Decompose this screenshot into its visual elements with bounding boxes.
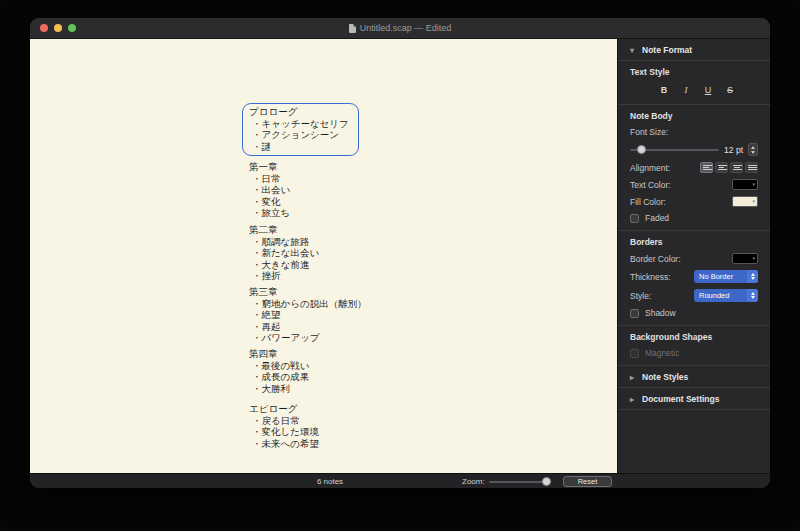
note-line: ・旅立ち [249, 207, 290, 219]
note-line: ・挫折 [249, 270, 319, 282]
font-size-slider[interactable] [630, 145, 719, 154]
note-line: ・日常 [249, 173, 290, 185]
slider-thumb[interactable] [542, 477, 551, 486]
font-size-stepper[interactable] [748, 143, 758, 156]
reset-zoom-button[interactable]: Reset [563, 476, 612, 487]
note-chapter-3[interactable]: 第三章 ・窮地からの脱出（離別） ・絶望 ・再起 ・パワーアップ [249, 286, 367, 344]
note-title: プロローグ [249, 106, 349, 118]
window-title: Untitled.scap — Edited [360, 23, 452, 33]
strikethrough-button[interactable]: S [722, 83, 738, 97]
stepper-up-icon [751, 146, 755, 149]
popup-arrows-icon [747, 289, 758, 302]
note-epilogue[interactable]: エピローグ ・戻る日常 ・変化した環境 ・未来への希望 [249, 403, 319, 449]
slider-thumb[interactable] [637, 145, 646, 154]
divider [618, 409, 770, 410]
align-justify-button[interactable] [745, 162, 758, 173]
text-style-section: Text Style B I U S [618, 61, 770, 104]
zoom-slider[interactable] [489, 477, 551, 486]
align-left-button[interactable] [700, 162, 713, 173]
note-title: 第二章 [249, 224, 319, 236]
note-line: ・キャッチーなセリフ [249, 118, 349, 130]
well-arrow-icon: ▾ [752, 256, 755, 261]
italic-button[interactable]: I [678, 83, 694, 97]
status-bar: 6 notes Zoom: Reset [30, 473, 770, 488]
text-color-label: Text Color: [630, 180, 732, 190]
disclosure-open-icon: ▾ [630, 46, 637, 55]
note-canvas[interactable]: プロローグ ・キャッチーなセリフ ・アクションシーン ・謎 第一章 ・日常 ・出… [30, 39, 617, 473]
note-chapter-1[interactable]: 第一章 ・日常 ・出会い ・変化 ・旅立ち [249, 161, 290, 219]
title-bar[interactable]: Untitled.scap — Edited [30, 18, 770, 39]
font-size-label: Font Size: [630, 127, 758, 137]
note-line: ・謎 [249, 141, 349, 153]
border-color-well[interactable]: ▾ [732, 253, 758, 264]
note-line: ・最後の戦い [249, 360, 309, 372]
note-line: ・変化した環境 [249, 426, 319, 438]
note-title: エピローグ [249, 403, 319, 415]
thickness-value: No Border [694, 270, 747, 283]
alignment-label: Alignment: [630, 163, 700, 173]
text-style-label: Text Style [630, 67, 758, 77]
fill-color-well[interactable]: ▾ [732, 196, 758, 207]
note-chapter-4[interactable]: 第四章 ・最後の戦い ・成長の成果 ・大勝利 [249, 348, 309, 394]
shadow-checkbox[interactable] [630, 309, 639, 318]
border-style-popup[interactable]: Rounded [694, 289, 758, 302]
note-line: ・順調な旅路 [249, 236, 319, 248]
note-line: ・大勝利 [249, 383, 309, 395]
border-style-value: Rounded [694, 289, 747, 302]
thickness-label: Thickness: [630, 272, 694, 282]
app-window: Untitled.scap — Edited プロローグ ・キャッチーなセリフ … [30, 18, 770, 488]
note-format-label: Note Format [642, 45, 692, 55]
border-color-label: Border Color: [630, 254, 732, 264]
note-line: ・戻る日常 [249, 415, 319, 427]
borders-section: Borders Border Color: ▾ Thickness: No Bo… [618, 231, 770, 325]
note-title: 第四章 [249, 348, 309, 360]
zoom-label: Zoom: [462, 477, 485, 486]
note-line: ・新たな出会い [249, 247, 319, 259]
note-line: ・絶望 [249, 309, 367, 321]
note-styles-label: Note Styles [642, 372, 688, 382]
note-styles-header[interactable]: ▸ Note Styles [618, 366, 770, 387]
faded-label: Faded [645, 213, 669, 223]
well-arrow-icon: ▾ [752, 182, 755, 187]
note-line: ・再起 [249, 321, 367, 333]
faded-checkbox[interactable] [630, 214, 639, 223]
note-title: 第三章 [249, 286, 367, 298]
zoom-window-button[interactable] [68, 24, 76, 32]
notes-count: 6 notes [317, 477, 343, 486]
text-color-well[interactable]: ▾ [732, 179, 758, 190]
note-line: ・大きな前進 [249, 259, 319, 271]
note-body-label: Note Body [630, 111, 758, 121]
document-settings-header[interactable]: ▸ Document Settings [618, 388, 770, 409]
close-button[interactable] [40, 24, 48, 32]
align-center-button[interactable] [715, 162, 728, 173]
underline-button[interactable]: U [700, 83, 716, 97]
note-chapter-2[interactable]: 第二章 ・順調な旅路 ・新たな出会い ・大きな前進 ・挫折 [249, 224, 319, 282]
note-line: ・出会い [249, 184, 290, 196]
window-title-area: Untitled.scap — Edited [30, 23, 770, 33]
background-shapes-section: Background Shapes Magnetic [618, 326, 770, 365]
thickness-popup[interactable]: No Border [694, 270, 758, 283]
font-size-value[interactable]: 12 pt [724, 145, 743, 155]
background-shapes-label: Background Shapes [630, 332, 758, 342]
disclosure-closed-icon: ▸ [630, 373, 637, 382]
note-title: 第一章 [249, 161, 290, 173]
disclosure-closed-icon: ▸ [630, 395, 637, 404]
note-prologue[interactable]: プロローグ ・キャッチーなセリフ ・アクションシーン ・謎 [242, 103, 359, 156]
note-line: ・変化 [249, 196, 290, 208]
document-icon [349, 24, 356, 33]
bold-button[interactable]: B [656, 83, 672, 97]
note-format-header[interactable]: ▾ Note Format [618, 39, 770, 60]
note-body-section: Note Body Font Size: 12 pt Alignment: [618, 105, 770, 230]
magnetic-label: Magnetic [645, 348, 680, 358]
align-right-button[interactable] [730, 162, 743, 173]
popup-arrows-icon [747, 270, 758, 283]
fill-color-label: Fill Color: [630, 197, 732, 207]
borders-label: Borders [630, 237, 758, 247]
magnetic-checkbox [630, 349, 639, 358]
shadow-label: Shadow [645, 308, 676, 318]
note-line: ・パワーアップ [249, 332, 367, 344]
minimize-button[interactable] [54, 24, 62, 32]
traffic-lights [40, 24, 76, 32]
inspector-sidebar: ▾ Note Format Text Style B I U S Note Bo… [617, 39, 770, 473]
note-line: ・窮地からの脱出（離別） [249, 298, 367, 310]
